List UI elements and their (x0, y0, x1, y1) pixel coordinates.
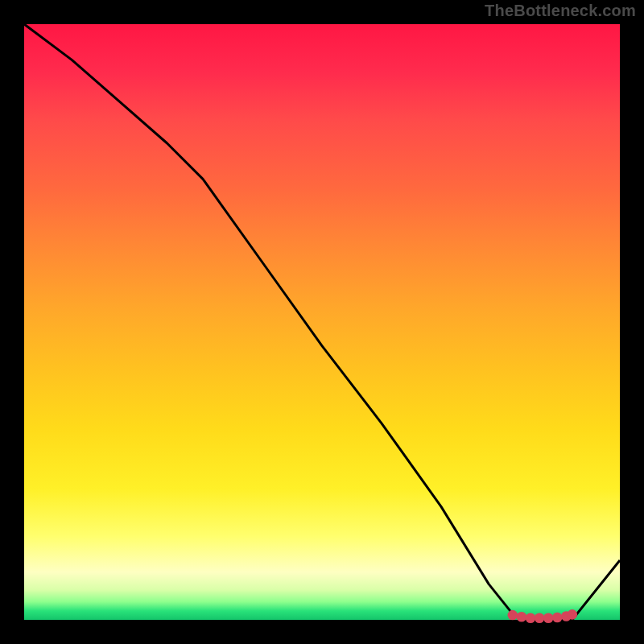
marker-dot (552, 613, 563, 623)
plot-area (24, 24, 620, 620)
optimal-range-markers (508, 609, 578, 623)
marker-dot (543, 613, 554, 623)
marker-dot (535, 613, 545, 623)
marker-dot (568, 609, 578, 620)
chart-frame: TheBottleneck.com (0, 0, 644, 644)
marker-dot (508, 610, 518, 621)
marker-dot (526, 613, 536, 623)
marker-dot (517, 612, 527, 622)
chart-svg (24, 24, 620, 620)
bottleneck-curve (24, 24, 620, 620)
watermark-text: TheBottleneck.com (485, 2, 636, 20)
